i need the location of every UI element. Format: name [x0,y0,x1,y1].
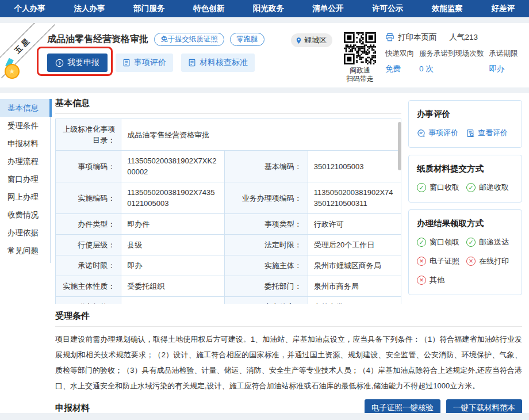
status-circle-icon [466,238,476,247]
sidebar-item[interactable]: 窗口办理 [0,170,50,188]
row-label-1: 办件类型： [56,214,121,235]
item-evaluate-button[interactable]: 事项评价 [116,54,173,72]
table-row: 实施主体性质： 受委托组织 委托部门： 泉州市商务局 [56,276,401,297]
sidebar-item[interactable]: 申报材料 [0,135,50,152]
basic-info-table: 上级标准化事项目录： 成品油零售经营资格审批 事项编码： 11350502003… [55,119,401,304]
item-evaluate-link[interactable]: 事项评价 [417,128,464,138]
sidebar-nav: 基本信息 受理条件 申报材料 办理流程 窗口办理 [0,99,51,263]
download-samples-button[interactable]: 一键下载材料范本 [446,399,522,413]
evaluation-card: 办事评价 事项评价 查看评价 [408,100,522,148]
nav-item[interactable]: 效能监察 [432,3,463,14]
top-nav: 个人办事 法人办事 部门服务 特色创新 阳光政务 清单公开 许可公示 效能监察 … [0,0,529,17]
row-label-1: 实施编码： [56,182,121,214]
qr-caption-line1: 闽政通 [343,66,377,75]
materials-heading: 申报材料 [55,403,90,414]
view-evaluation-link[interactable]: 查看评价 [466,128,513,138]
result-pickup-option: 电子证照 [417,256,464,266]
sidebar-item[interactable]: 办理依据 [0,224,50,242]
badge-paperless: 免于提交纸质证照 [154,33,224,46]
sidebar: 基本信息 受理条件 申报材料 办理流程 窗口办理 [0,93,51,413]
material-standard-button[interactable]: 材料核查标准 [181,54,255,72]
row-label-1: 承诺时限： [56,255,121,276]
acceptance-text: 项目建设前需办理规划确认，取得土地使用权后方可建设。1、加油站、岸基加油点设立，… [55,331,522,394]
nav-item[interactable]: 部门服务 [133,3,164,14]
row-value-2: 行政许可 [308,214,401,235]
basic-info-section: 基本信息 上级标准化事项目录： 成品油零售经营资格审批 事 [55,98,401,304]
result-pickup-card-title: 办理结果领取方式 [417,218,513,229]
table-row: 联办机构： 无 主办处室： 审核审批股 [56,297,401,304]
side-cards: 办事评价 事项评价 查看评价 [408,98,522,304]
row-label-1: 事项编码： [56,151,121,182]
row-value-2: 受理后20个工作日 [308,235,401,255]
row-label-1: 实施主体性质： [56,276,121,297]
table-row: 实施编码： 1135050200381902X74350121005003 业务… [56,182,401,214]
main-panel: 基本信息 上级标准化事项目录： 成品油零售经营资格审批 事 [51,93,529,413]
status-circle-icon [417,183,426,192]
row-value-1: 受委托组织 [121,276,225,297]
result-pickup-option: 在线打印 [466,256,513,266]
sidebar-item[interactable]: 收费情况 [0,206,50,224]
nav-item[interactable]: 好差评 [492,3,515,14]
header-left: 成品油零售经营资格审批 免于提交纸质证照 零跑腿 我要申报 事项评价 [0,23,291,87]
location-pin-icon [295,37,302,44]
acceptance-heading: 受理条件 [55,311,522,327]
stat-label: 承诺期限 [489,49,518,59]
district-badge[interactable]: 鲤城区 [291,33,332,47]
nav-item[interactable]: 个人办事 [14,3,45,14]
table-row: 办件类型： 即办件 事项类型： 行政许可 [56,214,401,235]
sidebar-item[interactable]: 常见问题 [0,242,50,259]
sidebar-item[interactable]: 网上办理 [0,188,50,206]
sidebar-item[interactable]: 受理条件 [0,117,50,135]
stat-item: 服务承诺到现场次数 0 次 [419,49,484,74]
document-icon [122,59,131,67]
page-title: 成品油零售经营资格审批 [47,33,148,45]
status-circle-icon [417,276,426,285]
status-circle-icon [466,257,476,266]
row-value-1: 即办 [121,255,225,276]
row-value-1: 县级 [121,235,225,255]
paper-submit-card: 纸质材料提交方式 窗口收取 邮递收取 [408,155,522,203]
row-value-1: 无 [121,297,225,304]
apply-button[interactable]: 我要申报 [47,54,108,72]
medal-star: ★ [5,64,20,79]
sidebar-item[interactable]: 办理流程 [0,152,50,170]
status-circle-icon [466,183,476,192]
row-label-2: 业务办理项编码： [225,182,308,214]
result-pickup-option: 其他 [417,275,464,285]
nav-item[interactable]: 法人办事 [74,3,105,14]
stat-value: 0 次 [419,64,484,74]
row-value-1: 即办件 [121,214,225,235]
row-label-1: 联办机构： [56,297,121,304]
sidebar-item[interactable]: 基本信息 [0,99,50,117]
row-value-2: 350121005003 [308,151,401,182]
circle-arrow-icon [55,59,64,67]
qr-caption-line2: 扫码带走 [343,75,377,83]
nav-item[interactable]: 特色创新 [193,3,224,14]
result-pickup-card: 办理结果领取方式 窗口领取 邮递送达 [408,209,522,295]
evaluation-card-title: 办事评价 [417,109,513,120]
row-label-2: 法定时限： [225,235,308,255]
row-value-1: 1135050200381902X7XK200002 [121,151,225,182]
paper-submit-option: 窗口收取 [417,182,464,193]
nav-item[interactable]: 阳光政务 [253,3,284,14]
table-row: 承诺时限： 即办 实施主体： 泉州市鲤城区商务局 [56,255,401,276]
license-verify-button[interactable]: 电子证照一键核验 [365,399,440,413]
table-scrollbar-thumb[interactable] [398,122,401,170]
nav-item[interactable]: 许可公示 [372,3,403,14]
status-circle-icon [417,238,426,247]
table-row: 行使层级： 县级 法定时限： 受理后20个工作日 [56,235,401,255]
paper-submit-card-title: 纸质材料提交方式 [417,163,513,174]
content-area: 基本信息 受理条件 申报材料 办理流程 窗口办理 [0,93,529,413]
row-value-2: 泉州市鲤城区商务局 [308,255,401,276]
header-card: 五星 ★ 成品油零售经营资格审批 免于提交纸质证照 零跑腿 我要申报 事项评价 [0,23,529,87]
catalog-label: 上级标准化事项目录： [56,119,121,151]
printer-icon [385,33,394,42]
row-label-2: 实施主体： [225,255,308,276]
nav-item[interactable]: 清单公开 [312,3,343,14]
qr-code [344,32,376,64]
result-pickup-option: 窗口领取 [417,237,464,247]
stat-item: 承诺期限 即办 [489,49,518,74]
basic-info-table-wrap: 上级标准化事项目录： 成品油零售经营资格审批 事项编码： 11350502003… [55,119,401,304]
print-page-link[interactable]: 打印本页面 [398,32,437,43]
row-label-2: 主办处室： [225,297,308,304]
